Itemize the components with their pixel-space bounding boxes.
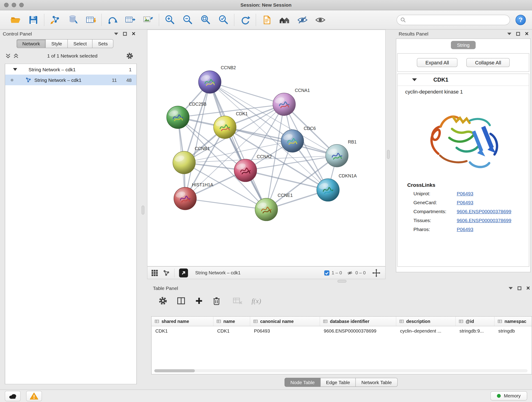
network-node-ccna1[interactable] xyxy=(273,93,296,116)
network-node-rb1[interactable] xyxy=(326,144,348,167)
function-builder-button[interactable]: f(x) xyxy=(252,297,261,305)
network-node-hist1h1a[interactable] xyxy=(174,187,196,210)
gene-collapse-icon[interactable] xyxy=(412,78,417,81)
warnings-button[interactable] xyxy=(26,391,42,401)
column-header-namespac[interactable]: namespac xyxy=(495,317,532,326)
crosslink-value-link[interactable]: P06493 xyxy=(457,191,473,196)
column-header-canonical-name[interactable]: canonical name xyxy=(250,317,320,326)
save-session-button[interactable] xyxy=(27,13,40,27)
close-panel-icon[interactable]: × xyxy=(526,285,530,291)
network-node-ccnb1[interactable] xyxy=(173,151,196,174)
import-network-file-button[interactable] xyxy=(48,13,62,27)
table-settings-gear-icon[interactable] xyxy=(158,296,167,305)
network-overview-icon[interactable] xyxy=(163,269,170,276)
column-header-database-identifier[interactable]: database identifier xyxy=(320,317,396,326)
column-header-name[interactable]: name xyxy=(214,317,250,326)
network-edge-ccnb2-hist1h1a[interactable] xyxy=(185,82,210,199)
tab-select[interactable]: Select xyxy=(68,39,93,48)
float-panel-icon[interactable] xyxy=(123,32,127,36)
network-edge-cdk1-rb1[interactable] xyxy=(225,127,337,156)
network-edge-ccnb2-ccna1[interactable] xyxy=(210,82,284,104)
network-edge-hist1h1a-ccne1[interactable] xyxy=(185,198,266,210)
cloud-status-button[interactable] xyxy=(5,391,21,401)
column-header-description[interactable]: description xyxy=(396,317,456,326)
show-view-button[interactable] xyxy=(313,13,327,27)
delete-column-trash-icon[interactable] xyxy=(212,296,221,305)
collapse-all-button[interactable]: Collapse All xyxy=(467,58,510,67)
network-view-canvas[interactable]: CCNB2CCNA1CDC25BCDK1CDC6RB1CCNB1CCNA2CDK… xyxy=(147,30,386,267)
network-row[interactable]: String Network – cdk1 11 48 xyxy=(5,75,137,85)
tab-network[interactable]: Network xyxy=(17,39,46,48)
search-input[interactable] xyxy=(408,17,506,23)
tab-node-table[interactable]: Node Table xyxy=(285,378,321,387)
gene-section-header[interactable]: CDK1 xyxy=(398,74,529,86)
table-horizontal-scrollbar[interactable] xyxy=(154,369,528,372)
network-edge-ccnb2-ccne1[interactable] xyxy=(210,82,266,210)
network-node-cdc25b[interactable] xyxy=(167,106,189,129)
tab-network-table[interactable]: Network Table xyxy=(355,378,398,387)
panel-menu-icon[interactable] xyxy=(507,32,512,35)
zoom-out-button[interactable] xyxy=(181,13,195,27)
bottom-panel-resize-handle[interactable] xyxy=(337,280,346,283)
zoom-fit-button[interactable] xyxy=(199,13,212,27)
tab-sets[interactable]: Sets xyxy=(92,39,114,48)
tab-style[interactable]: Style xyxy=(46,39,68,48)
float-panel-icon[interactable] xyxy=(518,286,522,290)
table-body: CDK1CDK1P064939606.ENSP00000378699cyclin… xyxy=(152,326,532,336)
network-node-ccne1[interactable] xyxy=(255,198,278,221)
column-header-shared-name[interactable]: shared name xyxy=(152,317,214,326)
add-column-plus-icon[interactable] xyxy=(195,297,203,305)
open-session-button[interactable] xyxy=(9,13,22,27)
collapse-all-icon[interactable] xyxy=(6,53,11,59)
network-options-gear-icon[interactable] xyxy=(126,52,133,59)
network-node-ccna2[interactable] xyxy=(234,159,257,182)
network-node-cdc6[interactable] xyxy=(281,130,304,153)
close-panel-icon[interactable]: × xyxy=(525,31,529,37)
import-table-button[interactable] xyxy=(84,13,98,27)
minimize-window-button[interactable] xyxy=(12,3,16,7)
network-node-cdkn1a[interactable] xyxy=(317,179,339,201)
network-graph[interactable]: CCNB2CCNA1CDC25BCDK1CDC6RB1CCNB1CCNA2CDK… xyxy=(147,30,385,266)
home-view-button[interactable] xyxy=(278,13,291,27)
crosslink-value-link[interactable]: P06493 xyxy=(457,200,473,205)
left-panel-resize-handle[interactable] xyxy=(142,206,144,215)
table-row[interactable]: CDK1CDK1P064939606.ENSP00000378699cyclin… xyxy=(152,326,532,336)
close-window-button[interactable] xyxy=(4,3,9,7)
crosslink-value-link[interactable]: 9606.ENSP00000378699 xyxy=(457,218,511,223)
crosslink-value-link[interactable]: P06493 xyxy=(457,227,473,232)
tab-string[interactable]: String xyxy=(451,41,476,49)
zoom-in-button[interactable] xyxy=(163,13,177,27)
help-button[interactable]: ? xyxy=(515,15,526,25)
panel-menu-icon[interactable] xyxy=(114,32,119,35)
detach-view-button[interactable] xyxy=(179,268,188,277)
memory-button[interactable]: Memory xyxy=(491,391,527,401)
column-header--id[interactable]: @id xyxy=(456,317,495,326)
apply-layout-button[interactable] xyxy=(238,13,252,27)
close-panel-icon[interactable]: × xyxy=(132,31,135,37)
right-panel-resize-handle[interactable] xyxy=(387,150,390,159)
expand-all-button[interactable]: Expand All xyxy=(417,58,457,67)
show-columns-icon[interactable] xyxy=(177,296,186,305)
copy-document-button[interactable] xyxy=(260,13,273,27)
collection-expand-icon[interactable] xyxy=(13,68,17,70)
zoom-window-button[interactable] xyxy=(19,3,24,7)
zoom-selected-button[interactable] xyxy=(216,13,230,27)
hide-unhide-button[interactable] xyxy=(296,13,309,27)
float-panel-icon[interactable] xyxy=(516,32,520,36)
scrollbar-thumb[interactable] xyxy=(154,369,195,372)
import-network-database-button[interactable] xyxy=(66,13,80,27)
pan-crosshair-icon[interactable] xyxy=(372,269,380,277)
new-network-button[interactable] xyxy=(106,13,119,27)
crosslink-value-link[interactable]: 9606.ENSP00000378699 xyxy=(457,209,511,214)
birds-eye-view-icon[interactable] xyxy=(151,269,158,277)
tab-edge-table[interactable]: Edge Table xyxy=(320,378,356,387)
network-node-cdk1[interactable] xyxy=(214,116,236,139)
export-image-button[interactable] xyxy=(141,13,155,27)
selected-checkbox-icon[interactable] xyxy=(324,270,329,275)
hidden-eye-slash-icon[interactable] xyxy=(346,270,353,275)
panel-menu-icon[interactable] xyxy=(509,287,513,289)
network-node-ccnb2[interactable] xyxy=(198,70,221,93)
expand-all-icon[interactable] xyxy=(13,53,19,59)
network-collection-row[interactable]: String Network – cdk1 1 xyxy=(5,64,137,75)
export-network-button[interactable] xyxy=(123,13,137,27)
